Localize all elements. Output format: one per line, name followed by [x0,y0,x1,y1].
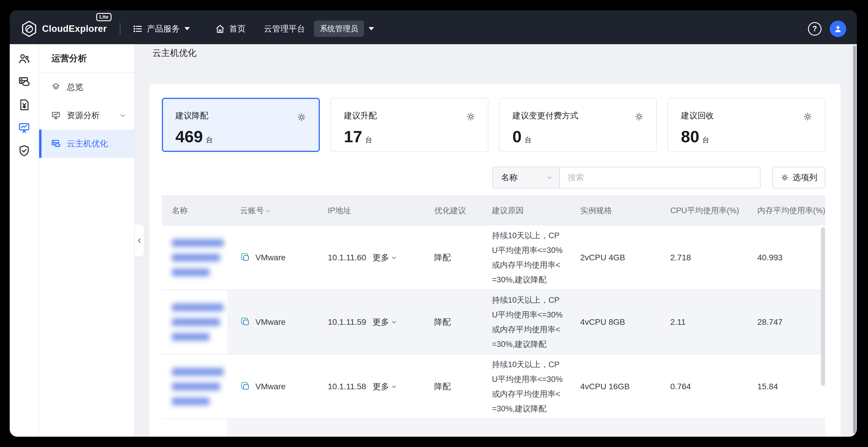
columns-button[interactable]: 选项列 [772,167,825,188]
ops-analysis-icon [18,122,30,134]
header-mem-usage[interactable]: 内存平均使用率(%) [744,205,825,216]
card-value: 17台 [344,128,475,149]
search-input[interactable] [560,167,760,188]
sidebar-item-label: 云主机优化 [67,138,108,149]
rail-item-users[interactable] [16,51,32,67]
help-icon[interactable]: ? [808,22,822,36]
sidebar-collapse-handle[interactable] [135,224,145,257]
cell-ip: 10.1.11.59更多 [315,317,421,328]
card-label: 建议回收 [681,110,812,121]
vm-table: 名称 云账号 IP地址 优化建议 建议原因 实例规格 CPU平均使用率(%) 内… [162,195,825,437]
rail-item-ops-analysis[interactable] [16,120,32,136]
content-area: 云主机优化 建议降配 469台 建议升配 17台 [135,44,857,437]
cell-cpu-usage: 2.11 [657,318,744,327]
columns-button-label: 选项列 [793,172,817,183]
cloud-account-label: VMware [255,382,286,391]
user-avatar[interactable] [830,21,846,37]
cloud-account-label: VMware [255,253,286,262]
table-row[interactable]: VMware 10.1.11.59更多 降配 持续10天以上，CP U平均使用率… [162,290,825,355]
header-cloud-account[interactable]: 云账号 [227,205,315,216]
gear-icon[interactable] [296,112,307,122]
rail-item-billing[interactable] [16,97,32,113]
header-name[interactable]: 名称 [162,205,227,216]
header-ip[interactable]: IP地址 [315,205,421,216]
sidebar: 运营分析 总览 资源分析 [39,44,135,437]
card-downgrade[interactable]: 建议降配 469台 [162,98,320,152]
cell-mem-usage: 28.747 [744,318,825,327]
platform-title-label: 云管理平台 [264,23,305,34]
card-unit: 台 [365,136,372,144]
sidebar-item-overview[interactable]: 总览 [39,73,134,101]
page-scrollbar[interactable] [853,46,856,434]
cell-cpu-usage: 2.718 [657,253,744,262]
gear-icon[interactable] [634,111,644,122]
gear-icon[interactable] [465,111,476,122]
home-icon [215,24,225,34]
header-advice[interactable]: 优化建议 [421,205,479,216]
card-label: 建议变更付费方式 [513,110,644,121]
chevron-down-icon [391,319,397,325]
cell-name [162,355,227,418]
billing-icon [18,99,30,111]
sidebar-item-resource-analysis[interactable]: 资源分析 [39,101,134,129]
sidebar-title: 运营分析 [39,44,134,73]
card-value: 80台 [681,128,812,149]
ip-address: 10.1.11.59 [328,318,366,327]
cell-cloud-account: VMware [227,381,315,392]
hexagon-logo-icon [20,20,38,38]
cell-cloud-account: VMware [227,252,315,263]
search-group: 名称 [492,167,761,188]
card-unit: 台 [525,136,532,144]
sidebar-item-label: 资源分析 [67,110,100,121]
cell-spec: 4vCPU 8GB [567,318,657,327]
redacted-vm-name[interactable] [172,304,224,341]
role-badge[interactable]: 系统管理员 [314,21,364,37]
cloud-account-label: VMware [255,318,286,327]
navbar-right: ? [808,21,846,37]
header-cpu-usage[interactable]: CPU平均使用率(%) [657,205,744,216]
users-icon [18,53,30,65]
resource-analysis-icon [51,111,61,120]
chevron-down-icon [391,255,397,261]
cell-advice: 降配 [421,381,479,392]
chevron-down-icon [119,112,126,119]
brand-logo[interactable]: CloudExplorer Lite [20,20,107,38]
role-caret-down-icon[interactable] [369,27,374,30]
overview-layers-icon [51,82,61,92]
cell-spec: 4vCPU 16GB [567,382,657,391]
table-row[interactable]: VMware 10.1.11.58更多 降配 持续10天以上，CP U平均使用率… [162,355,825,419]
more-link[interactable]: 更多 [372,317,397,328]
card-value: 469台 [175,128,306,149]
search-field-select[interactable]: 名称 [493,167,560,188]
cell-mem-usage: 15.84 [744,382,825,391]
product-services-label: 产品服务 [147,23,180,34]
table-scrollbar[interactable] [821,227,825,386]
product-list-icon [133,24,143,34]
platform-title: 云管理平台 [264,23,305,34]
cell-name [162,226,227,290]
home-menu[interactable]: 首页 [215,23,246,34]
cloud-server-icon [18,76,30,88]
more-link[interactable]: 更多 [372,381,397,392]
chevron-down-icon [265,208,271,214]
header-reason[interactable]: 建议原因 [479,205,567,216]
vmware-icon [240,381,251,392]
redacted-vm-name[interactable] [172,239,224,276]
more-link[interactable]: 更多 [372,252,397,263]
card-upgrade[interactable]: 建议升配 17台 [331,98,489,152]
filter-bar: 名称 选项列 [162,167,825,188]
table-row[interactable]: 持续10天以上，CP [162,419,825,437]
card-recycle[interactable]: 建议回收 80台 [667,98,825,152]
gear-icon[interactable] [802,111,813,122]
header-spec[interactable]: 实例规格 [567,205,657,216]
rail-item-cloud-resources[interactable] [16,73,32,90]
product-services-menu[interactable]: 产品服务 [133,23,190,34]
card-change-billing[interactable]: 建议变更付费方式 0台 [499,98,657,152]
table-row[interactable]: VMware 10.1.11.60更多 降配 持续10天以上，CP U平均使用率… [162,226,825,290]
chevron-left-icon [136,237,143,244]
redacted-vm-name[interactable] [172,368,224,405]
sidebar-item-vm-optimization[interactable]: 云主机优化 [39,129,134,158]
gear-icon [780,173,789,182]
rail-item-security[interactable] [16,143,32,159]
brand-name: CloudExplorer [42,24,107,34]
